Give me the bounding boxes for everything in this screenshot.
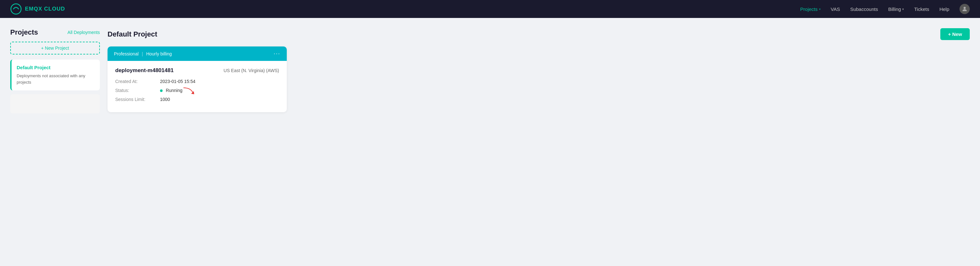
deployment-tags: Professional | Hourly billing <box>114 51 172 56</box>
logo-area: EMQX CLOUD <box>10 3 65 15</box>
deployment-card-header: Professional | Hourly billing ··· <box>108 46 287 61</box>
project-card-title: Default Project <box>17 65 95 70</box>
content-header: Default Project + New <box>108 28 970 40</box>
sessions-value: 1000 <box>160 97 170 102</box>
sidebar-title: Projects <box>10 28 38 37</box>
status-value: Running <box>160 88 183 93</box>
default-project-card[interactable]: Default Project Deployments not associat… <box>10 59 100 90</box>
sidebar-header: Projects All Deployments <box>10 28 100 37</box>
status-dot-icon <box>160 90 162 92</box>
billing-dropdown-arrow: ▾ <box>902 7 904 11</box>
new-deployment-button[interactable]: + New <box>940 28 970 40</box>
main-content: Default Project + New Professional | Hou… <box>108 28 970 256</box>
red-arrow-annotation <box>183 86 195 96</box>
svg-point-0 <box>11 4 21 14</box>
all-deployments-link[interactable]: All Deployments <box>68 30 100 35</box>
created-at-row: Created At: 2023-01-05 15:54 <box>115 79 279 84</box>
deployment-card-body: deployment-m4801481 US East (N. Virginia… <box>108 61 287 112</box>
projects-dropdown-arrow: ▾ <box>819 7 821 11</box>
nav-subaccounts[interactable]: Subaccounts <box>850 6 878 12</box>
svg-point-1 <box>964 7 966 9</box>
status-running-text: Running <box>166 88 183 93</box>
main-nav: Projects ▾ VAS Subaccounts Billing ▾ Tic… <box>800 4 970 14</box>
deployment-region: US East (N. Virginia) (AWS) <box>224 68 279 73</box>
logo-text: EMQX CLOUD <box>25 6 65 12</box>
created-at-value: 2023-01-05 15:54 <box>160 79 196 84</box>
nav-tickets[interactable]: Tickets <box>914 6 929 12</box>
emqx-logo-icon <box>10 3 22 15</box>
user-avatar[interactable] <box>959 4 970 14</box>
nav-billing[interactable]: Billing ▾ <box>888 6 904 12</box>
deployment-menu-button[interactable]: ··· <box>274 50 280 57</box>
sidebar: Projects All Deployments + New Project D… <box>10 28 100 256</box>
project-card-placeholder <box>10 94 100 114</box>
status-label: Status: <box>115 88 160 93</box>
main-container: Projects All Deployments + New Project D… <box>0 18 980 266</box>
app-header: EMQX CLOUD Projects ▾ VAS Subaccounts Bi… <box>0 0 980 18</box>
content-title: Default Project <box>108 30 157 38</box>
project-card-description: Deployments not associated with any proj… <box>17 73 95 85</box>
nav-vas[interactable]: VAS <box>831 6 840 12</box>
created-at-label: Created At: <box>115 79 160 84</box>
sessions-row: Sessions Limit: 1000 <box>115 97 279 102</box>
nav-projects[interactable]: Projects ▾ <box>800 6 820 12</box>
nav-help[interactable]: Help <box>939 6 949 12</box>
sessions-label: Sessions Limit: <box>115 97 160 102</box>
deployment-main-row: deployment-m4801481 US East (N. Virginia… <box>115 67 279 74</box>
deployment-billing-tag: Hourly billing <box>146 51 172 56</box>
deployment-name: deployment-m4801481 <box>115 67 173 74</box>
deployment-card: Professional | Hourly billing ··· deploy… <box>108 46 287 112</box>
deployment-type-tag: Professional <box>114 51 138 56</box>
status-row: Status: Running <box>115 88 279 93</box>
tag-divider: | <box>142 51 143 56</box>
new-project-button[interactable]: + New Project <box>10 42 100 54</box>
